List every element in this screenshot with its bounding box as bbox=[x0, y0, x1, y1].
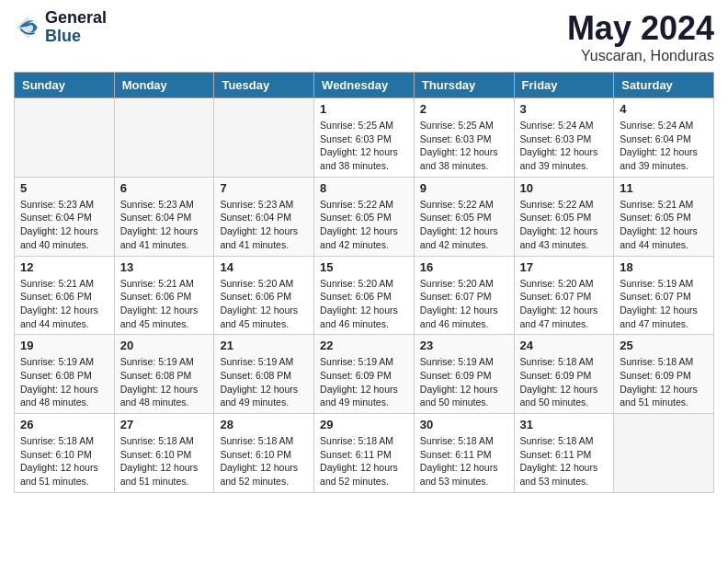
logo-icon bbox=[14, 14, 41, 41]
day-cell: 6Sunrise: 5:23 AM Sunset: 6:04 PM Daylig… bbox=[114, 177, 214, 256]
month-title: May 2024 bbox=[567, 9, 714, 48]
day-info: Sunrise: 5:18 AM Sunset: 6:11 PM Dayligh… bbox=[420, 434, 508, 488]
day-number: 28 bbox=[220, 418, 308, 431]
day-info: Sunrise: 5:25 AM Sunset: 6:03 PM Dayligh… bbox=[320, 119, 408, 173]
day-cell: 3Sunrise: 5:24 AM Sunset: 6:03 PM Daylig… bbox=[514, 98, 614, 178]
week-row-3: 12Sunrise: 5:21 AM Sunset: 6:06 PM Dayli… bbox=[15, 256, 714, 335]
calendar-container: General Blue May 2024 Yuscaran, Honduras… bbox=[0, 0, 728, 502]
day-cell: 8Sunrise: 5:22 AM Sunset: 6:05 PM Daylig… bbox=[314, 177, 415, 256]
day-info: Sunrise: 5:22 AM Sunset: 6:05 PM Dayligh… bbox=[520, 198, 609, 252]
day-number: 7 bbox=[220, 181, 308, 195]
week-row-2: 5Sunrise: 5:23 AM Sunset: 6:04 PM Daylig… bbox=[15, 177, 714, 256]
week-row-5: 26Sunrise: 5:18 AM Sunset: 6:10 PM Dayli… bbox=[15, 414, 714, 493]
day-header-thursday: Thursday bbox=[414, 73, 514, 98]
day-cell: 19Sunrise: 5:19 AM Sunset: 6:08 PM Dayli… bbox=[15, 335, 115, 414]
day-number: 4 bbox=[620, 102, 708, 116]
day-cell bbox=[15, 98, 115, 178]
day-cell: 12Sunrise: 5:21 AM Sunset: 6:06 PM Dayli… bbox=[15, 256, 115, 335]
day-cell: 13Sunrise: 5:21 AM Sunset: 6:06 PM Dayli… bbox=[114, 256, 214, 335]
day-header-monday: Monday bbox=[114, 73, 214, 98]
day-number: 11 bbox=[620, 181, 708, 195]
day-number: 23 bbox=[420, 339, 508, 352]
day-info: Sunrise: 5:22 AM Sunset: 6:05 PM Dayligh… bbox=[420, 198, 508, 252]
day-cell: 10Sunrise: 5:22 AM Sunset: 6:05 PM Dayli… bbox=[514, 177, 614, 256]
day-info: Sunrise: 5:18 AM Sunset: 6:10 PM Dayligh… bbox=[220, 434, 308, 488]
day-info: Sunrise: 5:20 AM Sunset: 6:07 PM Dayligh… bbox=[420, 277, 508, 331]
day-cell: 22Sunrise: 5:19 AM Sunset: 6:09 PM Dayli… bbox=[314, 335, 415, 414]
location: Yuscaran, Honduras bbox=[567, 48, 714, 64]
day-number: 30 bbox=[420, 418, 508, 431]
day-number: 18 bbox=[620, 260, 708, 274]
day-number: 5 bbox=[20, 181, 108, 195]
day-number: 25 bbox=[620, 339, 708, 352]
day-cell: 4Sunrise: 5:24 AM Sunset: 6:04 PM Daylig… bbox=[614, 98, 714, 178]
header-row: General Blue May 2024 Yuscaran, Honduras bbox=[14, 9, 714, 64]
week-row-4: 19Sunrise: 5:19 AM Sunset: 6:08 PM Dayli… bbox=[15, 335, 714, 414]
day-cell: 24Sunrise: 5:18 AM Sunset: 6:09 PM Dayli… bbox=[514, 335, 614, 414]
day-header-tuesday: Tuesday bbox=[214, 73, 314, 98]
day-cell: 21Sunrise: 5:19 AM Sunset: 6:08 PM Dayli… bbox=[214, 335, 314, 414]
day-number: 1 bbox=[320, 102, 408, 116]
day-cell: 9Sunrise: 5:22 AM Sunset: 6:05 PM Daylig… bbox=[414, 177, 514, 256]
week-row-1: 1Sunrise: 5:25 AM Sunset: 6:03 PM Daylig… bbox=[15, 98, 714, 178]
day-number: 16 bbox=[420, 260, 508, 274]
day-number: 9 bbox=[420, 181, 508, 195]
calendar-table: SundayMondayTuesdayWednesdayThursdayFrid… bbox=[14, 72, 714, 493]
day-cell: 17Sunrise: 5:20 AM Sunset: 6:07 PM Dayli… bbox=[514, 256, 614, 335]
day-info: Sunrise: 5:23 AM Sunset: 6:04 PM Dayligh… bbox=[220, 198, 308, 252]
day-cell bbox=[214, 98, 314, 178]
day-number: 17 bbox=[520, 260, 609, 274]
day-cell: 14Sunrise: 5:20 AM Sunset: 6:06 PM Dayli… bbox=[214, 256, 314, 335]
day-header-friday: Friday bbox=[514, 73, 614, 98]
day-number: 6 bbox=[120, 181, 209, 195]
day-info: Sunrise: 5:23 AM Sunset: 6:04 PM Dayligh… bbox=[20, 198, 108, 252]
day-cell bbox=[114, 98, 214, 178]
day-info: Sunrise: 5:20 AM Sunset: 6:06 PM Dayligh… bbox=[220, 277, 308, 331]
day-number: 29 bbox=[320, 418, 408, 431]
logo: General Blue bbox=[14, 9, 107, 46]
day-cell: 23Sunrise: 5:19 AM Sunset: 6:09 PM Dayli… bbox=[414, 335, 514, 414]
logo-general: General bbox=[45, 9, 107, 28]
day-cell: 26Sunrise: 5:18 AM Sunset: 6:10 PM Dayli… bbox=[15, 414, 115, 493]
day-info: Sunrise: 5:18 AM Sunset: 6:11 PM Dayligh… bbox=[520, 434, 609, 488]
day-cell: 29Sunrise: 5:18 AM Sunset: 6:11 PM Dayli… bbox=[314, 414, 415, 493]
day-number: 27 bbox=[120, 418, 209, 431]
day-cell: 15Sunrise: 5:20 AM Sunset: 6:06 PM Dayli… bbox=[314, 256, 415, 335]
day-cell: 27Sunrise: 5:18 AM Sunset: 6:10 PM Dayli… bbox=[114, 414, 214, 493]
day-number: 26 bbox=[20, 418, 108, 431]
day-header-sunday: Sunday bbox=[15, 73, 115, 98]
day-cell: 2Sunrise: 5:25 AM Sunset: 6:03 PM Daylig… bbox=[414, 98, 514, 178]
day-info: Sunrise: 5:21 AM Sunset: 6:05 PM Dayligh… bbox=[620, 198, 708, 252]
day-info: Sunrise: 5:18 AM Sunset: 6:09 PM Dayligh… bbox=[620, 355, 708, 409]
day-info: Sunrise: 5:25 AM Sunset: 6:03 PM Dayligh… bbox=[420, 119, 508, 173]
day-cell: 7Sunrise: 5:23 AM Sunset: 6:04 PM Daylig… bbox=[214, 177, 314, 256]
day-number: 3 bbox=[520, 102, 609, 116]
day-number: 20 bbox=[120, 339, 209, 352]
day-info: Sunrise: 5:19 AM Sunset: 6:08 PM Dayligh… bbox=[120, 355, 209, 409]
day-number: 2 bbox=[420, 102, 508, 116]
day-info: Sunrise: 5:20 AM Sunset: 6:06 PM Dayligh… bbox=[320, 277, 408, 331]
day-info: Sunrise: 5:18 AM Sunset: 6:10 PM Dayligh… bbox=[120, 434, 209, 488]
day-info: Sunrise: 5:24 AM Sunset: 6:03 PM Dayligh… bbox=[520, 119, 609, 173]
title-block: May 2024 Yuscaran, Honduras bbox=[567, 9, 714, 64]
day-number: 14 bbox=[220, 260, 308, 274]
day-info: Sunrise: 5:21 AM Sunset: 6:06 PM Dayligh… bbox=[20, 277, 108, 331]
day-number: 12 bbox=[20, 260, 108, 274]
day-number: 13 bbox=[120, 260, 209, 274]
day-cell bbox=[614, 414, 714, 493]
day-cell: 20Sunrise: 5:19 AM Sunset: 6:08 PM Dayli… bbox=[114, 335, 214, 414]
day-number: 24 bbox=[520, 339, 609, 352]
day-cell: 1Sunrise: 5:25 AM Sunset: 6:03 PM Daylig… bbox=[314, 98, 415, 178]
day-cell: 16Sunrise: 5:20 AM Sunset: 6:07 PM Dayli… bbox=[414, 256, 514, 335]
day-header-wednesday: Wednesday bbox=[314, 73, 415, 98]
day-info: Sunrise: 5:19 AM Sunset: 6:07 PM Dayligh… bbox=[620, 277, 708, 331]
day-number: 15 bbox=[320, 260, 408, 274]
header-row-days: SundayMondayTuesdayWednesdayThursdayFrid… bbox=[15, 73, 714, 98]
day-cell: 31Sunrise: 5:18 AM Sunset: 6:11 PM Dayli… bbox=[514, 414, 614, 493]
day-cell: 11Sunrise: 5:21 AM Sunset: 6:05 PM Dayli… bbox=[614, 177, 714, 256]
day-number: 22 bbox=[320, 339, 408, 352]
day-info: Sunrise: 5:21 AM Sunset: 6:06 PM Dayligh… bbox=[120, 277, 209, 331]
day-info: Sunrise: 5:19 AM Sunset: 6:08 PM Dayligh… bbox=[20, 355, 108, 409]
logo-blue: Blue bbox=[45, 28, 107, 46]
day-info: Sunrise: 5:22 AM Sunset: 6:05 PM Dayligh… bbox=[320, 198, 408, 252]
